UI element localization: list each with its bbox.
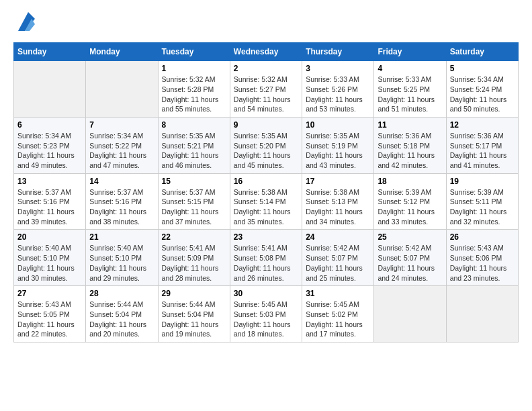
day-cell: 25Sunrise: 5:42 AMSunset: 5:07 PMDayligh… [374, 230, 446, 286]
day-info: Sunrise: 5:32 AMSunset: 5:28 PMDaylight:… [162, 75, 226, 114]
day-info: Sunrise: 5:40 AMSunset: 5:10 PMDaylight:… [89, 243, 154, 283]
day-info: Sunrise: 5:35 AMSunset: 5:21 PMDaylight:… [162, 131, 226, 171]
day-cell: 2Sunrise: 5:32 AMSunset: 5:27 PMDaylight… [230, 61, 302, 118]
day-info: Sunrise: 5:42 AMSunset: 5:07 PMDaylight:… [378, 243, 442, 283]
day-info: Sunrise: 5:37 AMSunset: 5:16 PMDaylight:… [17, 187, 82, 227]
day-cell: 30Sunrise: 5:45 AMSunset: 5:03 PMDayligh… [230, 286, 302, 342]
day-cell: 1Sunrise: 5:32 AMSunset: 5:28 PMDaylight… [158, 61, 230, 118]
day-cell: 22Sunrise: 5:41 AMSunset: 5:09 PMDayligh… [158, 230, 230, 286]
header-cell-sunday: Sunday [14, 43, 86, 61]
day-info: Sunrise: 5:37 AMSunset: 5:16 PMDaylight:… [89, 187, 154, 227]
day-info: Sunrise: 5:38 AMSunset: 5:13 PMDaylight:… [306, 187, 370, 227]
calendar-body: 1Sunrise: 5:32 AMSunset: 5:28 PMDaylight… [14, 61, 519, 342]
day-cell: 18Sunrise: 5:39 AMSunset: 5:12 PMDayligh… [374, 173, 446, 230]
page-header [13, 13, 519, 36]
week-row-2: 13Sunrise: 5:37 AMSunset: 5:16 PMDayligh… [14, 173, 519, 230]
day-number: 12 [450, 120, 515, 130]
day-info: Sunrise: 5:33 AMSunset: 5:25 PMDaylight:… [378, 75, 442, 114]
day-info: Sunrise: 5:45 AMSunset: 5:03 PMDaylight:… [234, 300, 298, 339]
day-cell: 10Sunrise: 5:35 AMSunset: 5:19 PMDayligh… [302, 117, 374, 173]
day-cell: 21Sunrise: 5:40 AMSunset: 5:10 PMDayligh… [86, 230, 158, 286]
day-cell: 8Sunrise: 5:35 AMSunset: 5:21 PMDaylight… [158, 117, 230, 173]
header-cell-tuesday: Tuesday [158, 43, 230, 61]
day-info: Sunrise: 5:35 AMSunset: 5:20 PMDaylight:… [234, 131, 298, 171]
day-cell: 6Sunrise: 5:34 AMSunset: 5:23 PMDaylight… [14, 117, 86, 173]
day-cell: 23Sunrise: 5:41 AMSunset: 5:08 PMDayligh… [230, 230, 302, 286]
day-number: 14 [89, 177, 154, 186]
day-cell [446, 286, 518, 342]
day-number: 13 [17, 177, 82, 186]
day-info: Sunrise: 5:39 AMSunset: 5:11 PMDaylight:… [450, 187, 515, 227]
day-info: Sunrise: 5:34 AMSunset: 5:24 PMDaylight:… [450, 75, 515, 114]
day-cell: 24Sunrise: 5:42 AMSunset: 5:07 PMDayligh… [302, 230, 374, 286]
day-number: 30 [234, 289, 298, 298]
day-cell: 12Sunrise: 5:36 AMSunset: 5:17 PMDayligh… [446, 117, 518, 173]
day-number: 16 [234, 177, 298, 186]
day-number: 26 [450, 232, 515, 242]
day-info: Sunrise: 5:32 AMSunset: 5:27 PMDaylight:… [234, 75, 298, 114]
day-number: 8 [162, 120, 226, 130]
day-number: 15 [162, 177, 226, 186]
day-cell [86, 61, 158, 118]
day-cell: 7Sunrise: 5:34 AMSunset: 5:22 PMDaylight… [86, 117, 158, 173]
day-info: Sunrise: 5:39 AMSunset: 5:12 PMDaylight:… [378, 187, 442, 227]
day-cell: 3Sunrise: 5:33 AMSunset: 5:26 PMDaylight… [302, 61, 374, 118]
day-number: 1 [162, 64, 226, 73]
day-number: 7 [89, 120, 154, 130]
day-info: Sunrise: 5:34 AMSunset: 5:23 PMDaylight:… [17, 131, 82, 171]
day-number: 6 [17, 120, 82, 130]
day-info: Sunrise: 5:37 AMSunset: 5:15 PMDaylight:… [162, 187, 226, 227]
day-number: 27 [17, 289, 82, 298]
day-cell: 31Sunrise: 5:45 AMSunset: 5:02 PMDayligh… [302, 286, 374, 342]
logo-icon [15, 12, 35, 31]
day-info: Sunrise: 5:43 AMSunset: 5:05 PMDaylight:… [17, 300, 82, 339]
day-cell: 29Sunrise: 5:44 AMSunset: 5:04 PMDayligh… [158, 286, 230, 342]
day-cell: 4Sunrise: 5:33 AMSunset: 5:25 PMDaylight… [374, 61, 446, 118]
week-row-3: 20Sunrise: 5:40 AMSunset: 5:10 PMDayligh… [14, 230, 519, 286]
day-info: Sunrise: 5:40 AMSunset: 5:10 PMDaylight:… [17, 243, 82, 283]
day-number: 29 [162, 289, 226, 298]
day-cell: 26Sunrise: 5:43 AMSunset: 5:06 PMDayligh… [446, 230, 518, 286]
day-info: Sunrise: 5:42 AMSunset: 5:07 PMDaylight:… [306, 243, 370, 283]
day-info: Sunrise: 5:36 AMSunset: 5:18 PMDaylight:… [378, 131, 442, 171]
week-row-1: 6Sunrise: 5:34 AMSunset: 5:23 PMDaylight… [14, 117, 519, 173]
day-number: 24 [306, 232, 370, 242]
header-cell-saturday: Saturday [446, 43, 518, 61]
day-info: Sunrise: 5:38 AMSunset: 5:14 PMDaylight:… [234, 187, 298, 227]
logo [13, 13, 35, 36]
day-info: Sunrise: 5:41 AMSunset: 5:09 PMDaylight:… [162, 243, 226, 283]
day-number: 25 [378, 232, 442, 242]
day-info: Sunrise: 5:43 AMSunset: 5:06 PMDaylight:… [450, 243, 515, 283]
day-number: 9 [234, 120, 298, 130]
day-info: Sunrise: 5:41 AMSunset: 5:08 PMDaylight:… [234, 243, 298, 283]
day-cell: 11Sunrise: 5:36 AMSunset: 5:18 PMDayligh… [374, 117, 446, 173]
calendar-header: SundayMondayTuesdayWednesdayThursdayFrid… [14, 43, 519, 61]
day-cell: 16Sunrise: 5:38 AMSunset: 5:14 PMDayligh… [230, 173, 302, 230]
day-info: Sunrise: 5:33 AMSunset: 5:26 PMDaylight:… [306, 75, 370, 114]
day-cell [14, 61, 86, 118]
day-cell: 14Sunrise: 5:37 AMSunset: 5:16 PMDayligh… [86, 173, 158, 230]
day-number: 18 [378, 177, 442, 186]
day-cell: 19Sunrise: 5:39 AMSunset: 5:11 PMDayligh… [446, 173, 518, 230]
header-cell-thursday: Thursday [302, 43, 374, 61]
day-number: 3 [306, 64, 370, 73]
header-cell-monday: Monday [86, 43, 158, 61]
day-number: 21 [89, 232, 154, 242]
day-info: Sunrise: 5:36 AMSunset: 5:17 PMDaylight:… [450, 131, 515, 171]
day-info: Sunrise: 5:34 AMSunset: 5:22 PMDaylight:… [89, 131, 154, 171]
day-cell: 28Sunrise: 5:44 AMSunset: 5:04 PMDayligh… [86, 286, 158, 342]
day-cell: 20Sunrise: 5:40 AMSunset: 5:10 PMDayligh… [14, 230, 86, 286]
header-row: SundayMondayTuesdayWednesdayThursdayFrid… [14, 43, 519, 61]
day-number: 10 [306, 120, 370, 130]
header-cell-friday: Friday [374, 43, 446, 61]
week-row-4: 27Sunrise: 5:43 AMSunset: 5:05 PMDayligh… [14, 286, 519, 342]
day-info: Sunrise: 5:44 AMSunset: 5:04 PMDaylight:… [89, 300, 154, 339]
day-number: 5 [450, 64, 515, 73]
day-number: 4 [378, 64, 442, 73]
day-cell: 27Sunrise: 5:43 AMSunset: 5:05 PMDayligh… [14, 286, 86, 342]
day-cell: 9Sunrise: 5:35 AMSunset: 5:20 PMDaylight… [230, 117, 302, 173]
day-info: Sunrise: 5:35 AMSunset: 5:19 PMDaylight:… [306, 131, 370, 171]
day-info: Sunrise: 5:44 AMSunset: 5:04 PMDaylight:… [162, 300, 226, 339]
week-row-0: 1Sunrise: 5:32 AMSunset: 5:28 PMDaylight… [14, 61, 519, 118]
day-number: 22 [162, 232, 226, 242]
